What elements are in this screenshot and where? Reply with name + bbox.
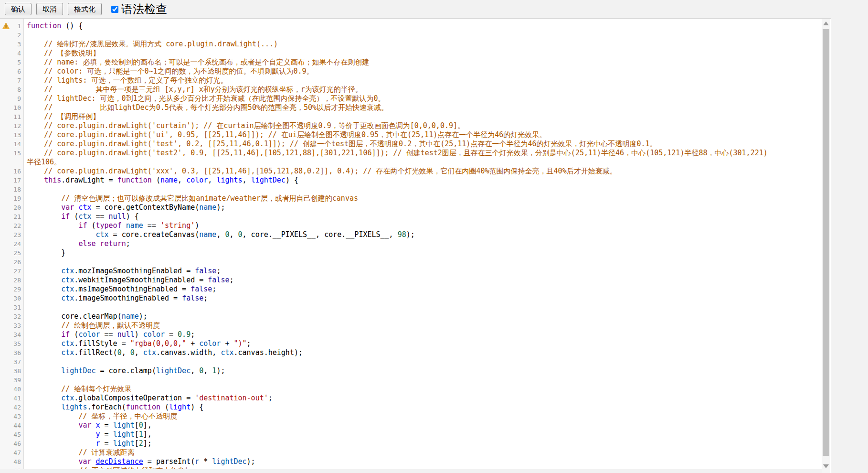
line-number[interactable]: 48 [0,457,24,466]
code-line[interactable]: 24 else return; [0,239,819,248]
code-editor[interactable]: 1function () {23 // 绘制灯光/漆黑层效果。调用方式 core… [0,18,831,473]
line-number[interactable]: 44 [0,421,24,430]
line-number[interactable]: 25 [0,248,24,258]
code-line[interactable]: 38 lightDec = core.clamp(lightDec, 0, 1)… [0,366,819,376]
code-line[interactable]: 7 // lights: 可选，一个数组，定义了每个独立的灯光。 [0,76,819,85]
code-line[interactable]: 9 // lightDec: 可选，0到1之间，光从多少百分比才开始衰减（在此范… [0,94,819,103]
line-number[interactable]: 10 [0,103,24,112]
scrollbar-thumb[interactable] [823,29,829,456]
code-line[interactable]: 48 var decDistance = parseInt(r * lightD… [0,457,819,466]
syntax-check-checkbox[interactable] [111,6,118,13]
line-number[interactable]: 5 [0,58,24,67]
code-line[interactable]: 12 // core.plugin.drawLight('curtain'); … [0,121,819,130]
code-line[interactable]: 23 ctx = core.createCanvas(name, 0, 0, c… [0,230,819,239]
line-number[interactable]: 32 [0,312,24,321]
code-line[interactable]: 44 var x = light[0], [0,421,819,430]
line-number[interactable]: 33 [0,321,24,330]
line-number[interactable]: 7 [0,76,24,85]
code-line[interactable]: 22 if (typeof name == 'string') [0,221,819,230]
code-line[interactable]: 45 y = light[1], [0,430,819,439]
line-number[interactable]: 43 [0,412,24,421]
code-line[interactable]: 33 // 绘制色调层，默认不透明度 [0,321,819,330]
code-line[interactable]: 14 // core.plugin.drawLight('test', 0.2,… [0,140,819,149]
line-number[interactable]: 1 [0,22,24,31]
code-line[interactable]: 29 ctx.msImageSmoothingEnabled = false; [0,285,819,294]
line-number[interactable]: 21 [0,212,24,221]
line-number[interactable]: 30 [0,294,24,303]
line-number[interactable]: 37 [0,357,24,366]
line-number[interactable]: 11 [0,112,24,121]
line-number[interactable]: 28 [0,276,24,285]
line-number[interactable]: 16 [0,167,24,176]
code-line[interactable]: 36 ctx.fillRect(0, 0, ctx.canvas.width, … [0,348,819,357]
code-line[interactable]: 6 // color: 可选，只能是一个0~1之间的数，为不透明度的值。不填则默… [0,67,819,76]
line-number[interactable]: 35 [0,339,24,348]
format-button[interactable]: 格式化 [68,3,102,15]
code-line[interactable]: 31 [0,303,819,312]
code-line[interactable]: 20 var ctx = core.getContextByName(name)… [0,203,819,212]
confirm-button[interactable]: 确认 [5,3,32,15]
line-number[interactable]: 20 [0,203,24,212]
line-number[interactable]: 12 [0,121,24,130]
line-number[interactable]: 3 [0,40,24,49]
code-line[interactable]: 39 [0,376,819,385]
code-line[interactable]: 26 [0,258,819,267]
line-number[interactable]: 9 [0,94,24,103]
code-line[interactable]: 41 ctx.globalCompositeOperation = 'desti… [0,394,819,403]
code-area[interactable]: 1function () {23 // 绘制灯光/漆黑层效果。调用方式 core… [0,22,819,473]
code-line[interactable]: 8 // 其中每一项是三元组 [x,y,r] x和y分别为该灯光的横纵坐标，r为… [0,85,819,94]
line-number[interactable]: 6 [0,67,24,76]
code-line[interactable]: 43 // 坐标，半径，中心不透明度 [0,412,819,421]
code-line[interactable]: 10 // 比如lightDec为0.5代表，每个灯光部分内圈50%的范围全亮，… [0,103,819,112]
code-line[interactable]: 34 if (color == null) color = 0.9; [0,330,819,339]
line-number[interactable]: 29 [0,285,24,294]
code-line[interactable]: 4 // 【参数说明】 [0,49,819,58]
line-number[interactable]: 31 [0,303,24,312]
line-number[interactable]: 42 [0,403,24,412]
line-number[interactable]: 13 [0,130,24,140]
code-line[interactable]: 37 [0,357,819,366]
line-number[interactable]: 39 [0,376,24,385]
line-number[interactable]: 38 [0,366,24,376]
code-line[interactable]: 35 ctx.fillStyle = "rgba(0,0,0," + color… [0,339,819,348]
line-number[interactable]: 2 [0,31,24,40]
code-line[interactable]: 17 this.drawLight = function (name, colo… [0,176,819,185]
code-line[interactable]: 30 ctx.imageSmoothingEnabled = false; [0,294,819,303]
line-number[interactable]: 45 [0,430,24,439]
line-number[interactable]: 24 [0,239,24,248]
code-line[interactable]: 32 core.clearMap(name); [0,312,819,321]
code-line[interactable]: 28 ctx.webkitImageSmoothingEnabled = fal… [0,276,819,285]
cancel-button[interactable]: 取消 [36,3,63,15]
line-number[interactable]: 40 [0,385,24,394]
code-line[interactable]: 11 // 【调用样例】 [0,112,819,121]
code-line[interactable]: 1function () { [0,22,819,31]
line-number[interactable]: 8 [0,85,24,94]
code-line[interactable]: 18 [0,185,819,194]
line-number[interactable]: 41 [0,394,24,403]
code-line[interactable]: 25 } [0,248,819,258]
code-line[interactable]: 15 // core.plugin.drawLight('test2', 0.9… [0,149,819,167]
line-number[interactable]: 27 [0,267,24,276]
code-line[interactable]: 42 lights.forEach(function (light) { [0,403,819,412]
code-line[interactable]: 47 // 计算衰减距离 [0,448,819,457]
code-line[interactable]: 5 // name: 必填，要绘制到的画布名；可以是一个系统画布，或者是个自定义… [0,58,819,67]
code-line[interactable]: 27 ctx.mozImageSmoothingEnabled = false; [0,267,819,276]
code-line[interactable]: 13 // core.plugin.drawLight('ui', 0.95, … [0,130,819,140]
code-line[interactable]: 2 [0,31,819,40]
line-number[interactable]: 19 [0,194,24,203]
line-number[interactable]: 47 [0,448,24,457]
vertical-scrollbar[interactable] [822,19,830,473]
line-number[interactable]: 22 [0,221,24,230]
code-line[interactable]: 3 // 绘制灯光/漆黑层效果。调用方式 core.plugin.drawLig… [0,40,819,49]
line-number[interactable]: 18 [0,185,24,194]
line-number[interactable]: 36 [0,348,24,357]
line-number[interactable]: 34 [0,330,24,339]
line-number[interactable]: 46 [0,439,24,448]
line-number[interactable]: 23 [0,230,24,239]
code-line[interactable]: 19 // 清空色调层；也可以修改成其它层比如animate/weather层，… [0,194,819,203]
scroll-down-arrow-icon[interactable] [823,464,829,470]
line-number[interactable]: 15 [0,149,24,167]
line-number[interactable]: 17 [0,176,24,185]
line-number[interactable]: 14 [0,140,24,149]
code-line[interactable]: 40 // 绘制每个灯光效果 [0,385,819,394]
